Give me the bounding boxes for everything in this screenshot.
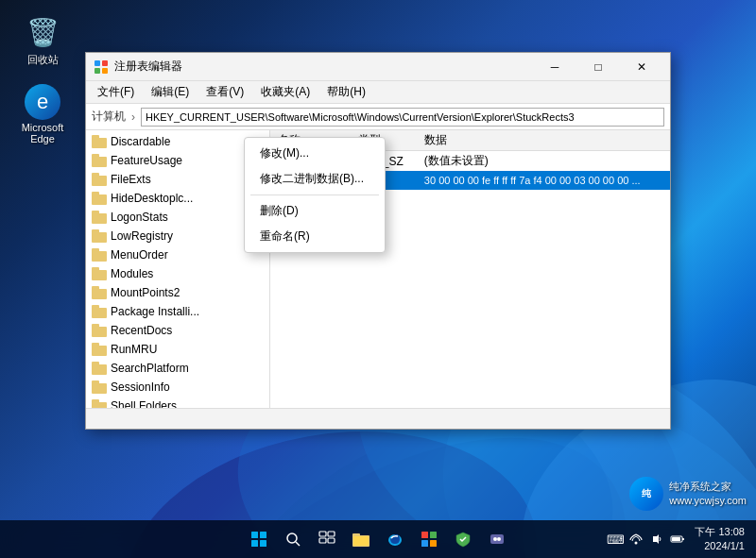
svg-rect-16 bbox=[260, 540, 266, 547]
tree-item-hidedesktop[interactable]: HideDesktoplc... bbox=[88, 189, 267, 208]
tree-item-runmru[interactable]: RunMRU bbox=[88, 340, 267, 359]
folder-icon bbox=[92, 229, 107, 243]
ctx-separator bbox=[250, 194, 379, 195]
menu-file[interactable]: 文件(F) bbox=[90, 82, 142, 102]
svg-rect-11 bbox=[102, 68, 108, 74]
svg-rect-28 bbox=[430, 532, 437, 538]
tree-item-modules[interactable]: Modules bbox=[88, 264, 267, 283]
svg-rect-19 bbox=[319, 532, 326, 536]
file-explorer-button[interactable] bbox=[346, 524, 376, 554]
svg-point-33 bbox=[497, 537, 501, 541]
address-path[interactable]: HKEY_CURRENT_USER\Software\Microsoft\Win… bbox=[141, 108, 664, 127]
minimize-button[interactable]: ─ bbox=[534, 54, 576, 80]
menu-view[interactable]: 查看(V) bbox=[198, 82, 251, 102]
keyboard-icon[interactable]: ⌨ bbox=[606, 530, 625, 549]
folder-icon bbox=[92, 267, 107, 280]
task-view-button[interactable] bbox=[312, 524, 342, 554]
tree-item-searchplatform[interactable]: SearchPlatform bbox=[88, 359, 267, 378]
edge-icon[interactable]: e MicrosoftEdge bbox=[9, 80, 76, 148]
svg-rect-15 bbox=[251, 540, 258, 547]
svg-rect-20 bbox=[328, 532, 335, 536]
menu-favorites[interactable]: 收藏夹(A) bbox=[253, 82, 318, 102]
col-data[interactable]: 数据 bbox=[417, 130, 670, 151]
tree-item-recentdocs[interactable]: RecentDocs bbox=[88, 321, 267, 340]
svg-rect-30 bbox=[430, 540, 437, 547]
edge-label: MicrosoftEdge bbox=[22, 122, 64, 144]
svg-rect-8 bbox=[94, 60, 100, 66]
address-label: 计算机 bbox=[92, 109, 126, 125]
svg-marker-35 bbox=[653, 534, 659, 544]
row-data: (数值未设置) bbox=[417, 151, 670, 172]
folder-icon bbox=[92, 286, 107, 299]
maximize-button[interactable]: □ bbox=[577, 54, 619, 80]
menu-edit[interactable]: 编辑(E) bbox=[144, 82, 197, 102]
tree-item-sessioninfo[interactable]: SessionInfo bbox=[88, 378, 267, 397]
taskbar-right: ⌨ bbox=[606, 525, 756, 554]
edge-taskbar-button[interactable] bbox=[380, 524, 410, 554]
menubar: 文件(F) 编辑(E) 查看(V) 收藏夹(A) 帮助(H) bbox=[86, 81, 670, 104]
battery-icon[interactable] bbox=[668, 530, 687, 549]
watermark-text: 纯净系统之家 www.ycwjsy.com bbox=[669, 480, 747, 509]
registry-window-icon bbox=[94, 59, 109, 75]
tree-item-mountpoints2[interactable]: MountPoints2 bbox=[88, 283, 267, 302]
tree-item-fileexts[interactable]: FileExts bbox=[88, 170, 267, 189]
tree-item-menuorder[interactable]: MenuOrder bbox=[88, 245, 267, 264]
svg-rect-21 bbox=[319, 538, 326, 543]
watermark: 纯 纯净系统之家 www.ycwjsy.com bbox=[629, 477, 747, 511]
svg-rect-25 bbox=[353, 536, 369, 546]
row-data: 30 00 00 00 fe ff ff ff 7a f4 00 00 03 0… bbox=[417, 171, 670, 190]
ctx-modify-binary[interactable]: 修改二进制数据(B)... bbox=[245, 166, 385, 192]
svg-point-32 bbox=[493, 537, 497, 541]
tree-item-logonstats[interactable]: LogonStats bbox=[88, 208, 267, 227]
recycle-bin-icon[interactable]: 🗑️ 回收站 bbox=[9, 9, 76, 71]
svg-rect-38 bbox=[672, 537, 680, 541]
svg-rect-13 bbox=[251, 532, 258, 538]
network-icon[interactable] bbox=[627, 530, 645, 549]
tree-item-shellfolders[interactable]: Shell Folders bbox=[88, 397, 267, 408]
folder-icon bbox=[92, 192, 107, 205]
volume-icon[interactable] bbox=[647, 530, 666, 549]
svg-rect-9 bbox=[102, 60, 108, 66]
folder-icon bbox=[92, 211, 107, 224]
system-tray: ⌨ bbox=[606, 530, 687, 549]
taskbar-time[interactable]: 下午 13:08 2024/1/1 bbox=[691, 525, 748, 554]
svg-rect-14 bbox=[260, 532, 266, 538]
tree-item-package[interactable]: Package Installi... bbox=[88, 302, 267, 321]
folder-icon bbox=[92, 305, 107, 318]
folder-icon bbox=[92, 173, 107, 186]
svg-rect-29 bbox=[421, 540, 428, 547]
folder-icon bbox=[92, 380, 107, 394]
svg-rect-22 bbox=[328, 538, 335, 543]
tree-item-discardable[interactable]: Discardable bbox=[88, 132, 267, 151]
security-button[interactable] bbox=[448, 524, 478, 554]
svg-rect-10 bbox=[94, 68, 100, 74]
tree-item-featureusage[interactable]: FeatureUsage bbox=[88, 151, 267, 170]
folder-icon bbox=[92, 135, 107, 148]
svg-line-18 bbox=[296, 542, 300, 546]
watermark-logo: 纯 bbox=[629, 477, 663, 511]
folder-icon bbox=[92, 248, 107, 262]
svg-point-34 bbox=[635, 542, 638, 545]
window-titlebar: 注册表编辑器 ─ □ ✕ bbox=[86, 53, 670, 81]
context-menu: 修改(M)... 修改二进制数据(B)... 删除(D) 重命名(R) bbox=[244, 137, 386, 253]
svg-rect-27 bbox=[421, 532, 428, 538]
tree-panel[interactable]: Discardable FeatureUsage FileExts HideDe… bbox=[86, 130, 270, 408]
tree-item-lowregistry[interactable]: LowRegistry bbox=[88, 227, 267, 245]
svg-rect-37 bbox=[682, 538, 684, 540]
chat-button[interactable] bbox=[482, 524, 512, 554]
folder-icon bbox=[92, 324, 107, 337]
taskbar-center bbox=[244, 524, 512, 554]
window-title-text: 注册表编辑器 bbox=[114, 59, 182, 75]
desktop: 🗑️ 回收站 e MicrosoftEdge 注册表编辑器 bbox=[0, 0, 756, 558]
desktop-icons: 🗑️ 回收站 e MicrosoftEdge bbox=[9, 9, 76, 148]
menu-help[interactable]: 帮助(H) bbox=[319, 82, 373, 102]
store-button[interactable] bbox=[414, 524, 444, 554]
ctx-delete[interactable]: 删除(D) bbox=[245, 198, 385, 224]
ctx-modify[interactable]: 修改(M)... bbox=[245, 141, 385, 166]
ctx-rename[interactable]: 重命名(R) bbox=[245, 224, 385, 249]
search-button[interactable] bbox=[278, 524, 308, 554]
start-button[interactable] bbox=[244, 524, 274, 554]
address-bar: 计算机 › HKEY_CURRENT_USER\Software\Microso… bbox=[86, 104, 670, 130]
close-button[interactable]: ✕ bbox=[621, 54, 662, 80]
svg-point-17 bbox=[287, 533, 297, 543]
